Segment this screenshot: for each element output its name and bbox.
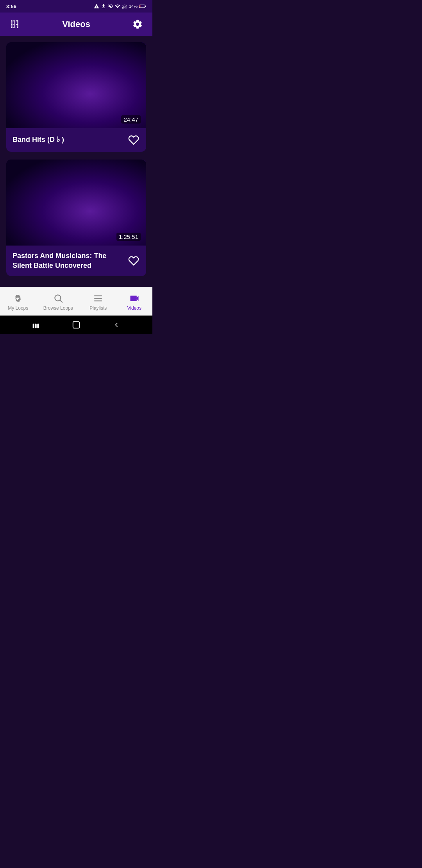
page-title: Videos (22, 19, 131, 29)
nav-item-browse-loops[interactable]: Browse Loops (39, 291, 78, 312)
browse-loops-icon (53, 293, 64, 304)
search-icon (53, 293, 63, 303)
video-duration-2: 1:25:51 (116, 233, 141, 241)
like-button-2[interactable] (127, 255, 140, 267)
loops-icon (13, 293, 23, 303)
svg-rect-1 (123, 7, 124, 9)
battery-icon (139, 4, 146, 9)
signal-icon (122, 4, 127, 9)
home-button[interactable] (72, 320, 81, 330)
nav-item-playlists[interactable]: Playlists (82, 291, 114, 312)
content-area: 24:47 Band Hits (D ♭ ) 1:25:51 (0, 36, 152, 287)
video-title-2: Pastors And Musicians: The Silent Battle… (13, 251, 127, 271)
video-duration-1: 24:47 (121, 115, 141, 124)
svg-rect-5 (145, 5, 146, 7)
nav-label-videos: Videos (127, 305, 141, 311)
home-icon (72, 321, 80, 329)
nav-item-videos[interactable]: Videos (119, 291, 150, 312)
recent-icon (32, 321, 40, 329)
video-title-1: Band Hits (D ♭ ) (13, 135, 127, 145)
alert-icon (94, 4, 99, 9)
videos-icon (129, 293, 140, 304)
status-time: 3:56 (6, 4, 16, 9)
svg-rect-3 (126, 5, 127, 9)
status-bar: 3:56 14% (0, 0, 152, 13)
svg-rect-2 (125, 6, 125, 9)
svg-rect-6 (139, 5, 140, 7)
playlists-icon (93, 293, 104, 304)
back-icon (113, 321, 120, 329)
video-info-1: Band Hits (D ♭ ) (6, 128, 146, 152)
video-camera-icon (129, 293, 140, 304)
nav-label-playlists: Playlists (89, 305, 107, 311)
svg-rect-24 (35, 324, 36, 328)
header: Videos (0, 13, 152, 36)
filter-icon (10, 19, 20, 29)
download-icon (101, 4, 106, 9)
wifi-icon (115, 4, 120, 9)
status-icons: 14% (94, 4, 146, 9)
settings-icon (132, 19, 143, 30)
battery-percent: 14% (129, 4, 138, 9)
svg-rect-26 (73, 322, 80, 328)
video-thumbnail-1: 24:47 (6, 42, 146, 128)
system-nav-bar (0, 316, 152, 334)
my-loops-icon (13, 293, 23, 304)
like-button-1[interactable] (127, 134, 140, 146)
filter-button[interactable] (8, 17, 22, 31)
settings-button[interactable] (131, 17, 145, 31)
svg-line-19 (60, 300, 63, 303)
list-icon (93, 293, 103, 303)
video-card-2[interactable]: 1:25:51 Pastors And Musicians: The Silen… (6, 160, 146, 276)
video-info-2: Pastors And Musicians: The Silent Battle… (6, 246, 146, 276)
video-card-1[interactable]: 24:47 Band Hits (D ♭ ) (6, 42, 146, 152)
heart-icon-2 (128, 255, 139, 266)
bottom-nav: My Loops Browse Loops Playlists (0, 287, 152, 316)
nav-label-browse-loops: Browse Loops (43, 305, 73, 311)
mute-icon (108, 4, 113, 9)
video-thumbnail-2: 1:25:51 (6, 160, 146, 246)
back-button[interactable] (112, 320, 121, 330)
svg-rect-0 (122, 7, 123, 9)
nav-label-my-loops: My Loops (8, 305, 28, 311)
heart-icon-1 (128, 135, 139, 145)
svg-rect-25 (37, 324, 39, 328)
recent-apps-button[interactable] (31, 320, 41, 330)
svg-point-18 (55, 295, 61, 301)
svg-rect-23 (32, 324, 34, 328)
nav-item-my-loops[interactable]: My Loops (2, 291, 34, 312)
